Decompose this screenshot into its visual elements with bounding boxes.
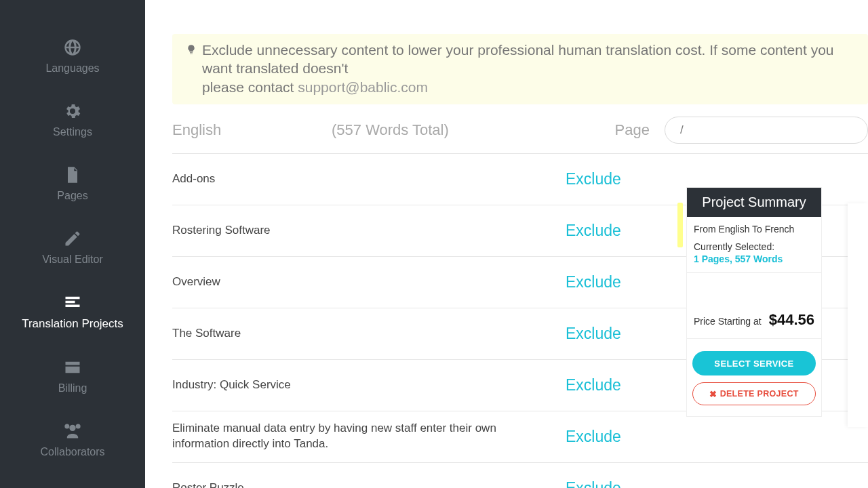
summary-selected-label: Currently Selected:: [694, 241, 814, 252]
list-row: Roster Puzzle Exclude: [172, 462, 868, 488]
row-highlight: [677, 203, 683, 247]
card-icon: [63, 358, 82, 377]
pencil-icon: [63, 229, 82, 248]
sidebar-item-billing[interactable]: Billing: [0, 347, 145, 411]
file-icon: [63, 165, 82, 184]
exclude-link[interactable]: Exclude: [566, 376, 621, 394]
row-label: Rostering Software: [172, 223, 566, 239]
sidebar-item-label: Visual Editor: [42, 253, 103, 266]
users-icon: [63, 422, 82, 441]
sidebar-item-label: Pages: [57, 190, 87, 202]
words-total-label: (557 Words Total): [332, 121, 615, 139]
sidebar-item-collaborators[interactable]: Collaborators: [0, 411, 145, 474]
sidebar-item-languages[interactable]: Languages: [0, 27, 145, 91]
gear-icon: [63, 102, 82, 121]
delete-project-label: DELETE PROJECT: [720, 389, 799, 399]
project-summary-card: Project Summary From English To French C…: [686, 187, 822, 417]
info-banner: Exclude unnecessary content to lower you…: [172, 34, 868, 104]
summary-title: Project Summary: [687, 188, 821, 217]
exclude-link[interactable]: Exclude: [566, 170, 621, 188]
list-row: Eliminate manual data entry by having ne…: [172, 411, 868, 462]
summary-from-to: From English To French: [694, 224, 814, 235]
info-banner-text: Exclude unnecessary content to lower you…: [202, 42, 834, 76]
exclude-link[interactable]: Exclude: [566, 222, 621, 240]
close-icon: ✖: [709, 389, 717, 399]
sidebar-item-label: Settings: [53, 126, 92, 138]
sidebar-item-visual-editor[interactable]: Visual Editor: [0, 218, 145, 282]
exclude-link[interactable]: Exclude: [566, 428, 621, 446]
edge-panel: [848, 203, 868, 427]
support-email-link[interactable]: support@bablic.com: [298, 79, 428, 95]
sidebar-item-translation-projects[interactable]: Translation Projects: [0, 282, 145, 347]
row-label: Industry: Quick Service: [172, 378, 566, 393]
sidebar-item-label: Languages: [45, 62, 99, 75]
exclude-link[interactable]: Exclude: [566, 479, 621, 488]
sidebar-item-label: Collaborators: [40, 446, 104, 458]
summary-selected-value[interactable]: 1 Pages, 557 Words: [694, 253, 814, 264]
price-label: Price Starting at: [694, 316, 762, 327]
page-path-input[interactable]: [665, 117, 868, 144]
exclude-link[interactable]: Exclude: [566, 273, 621, 291]
row-label: The Software: [172, 326, 566, 342]
globe-icon: [63, 38, 82, 57]
sidebar-item-label: Billing: [58, 382, 87, 394]
sidebar-item-label: Translation Projects: [22, 317, 123, 331]
row-label: Eliminate manual data entry by having ne…: [172, 421, 566, 452]
sidebar-item-pages[interactable]: Pages: [0, 155, 145, 218]
select-service-button[interactable]: SELECT SERVICE: [692, 351, 816, 375]
delete-project-button[interactable]: ✖ DELETE PROJECT: [692, 382, 816, 405]
main-content: Exclude unnecessary content to lower you…: [145, 0, 868, 488]
row-label: Add-ons: [172, 171, 566, 187]
lightbulb-icon: [186, 41, 197, 96]
sidebar: Languages Settings Pages Visual Editor T…: [0, 0, 145, 488]
info-banner-text2: please contact: [202, 79, 298, 95]
exclude-link[interactable]: Exclude: [566, 325, 621, 343]
page-label: Page: [615, 121, 650, 139]
price-value: $44.56: [769, 311, 814, 329]
list-header: English (557 Words Total) Page: [145, 104, 868, 153]
row-label: Overview: [172, 274, 566, 290]
stack-icon: [63, 293, 82, 312]
row-label: Roster Puzzle: [172, 481, 566, 488]
sidebar-item-settings[interactable]: Settings: [0, 91, 145, 155]
source-language-label: English: [172, 121, 332, 139]
